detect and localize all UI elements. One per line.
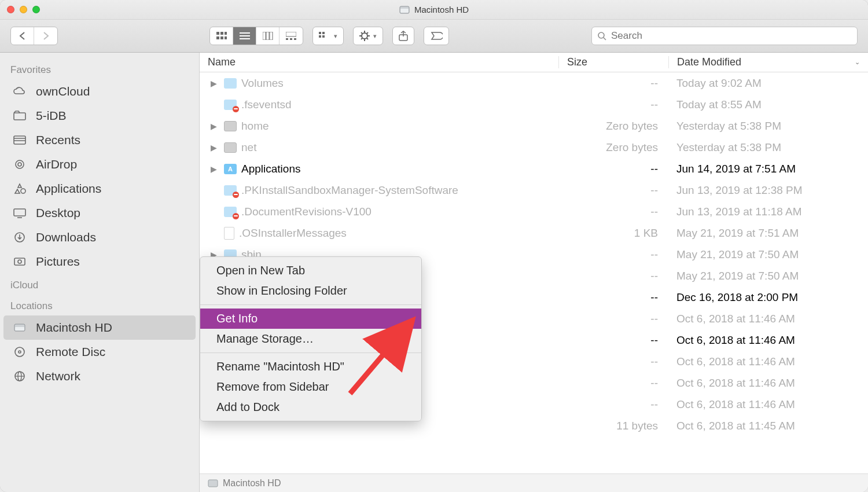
sidebar-item-downloads[interactable]: Downloads <box>3 225 196 249</box>
forward-button[interactable] <box>34 27 57 45</box>
sidebar-item-label: Applications <box>36 182 101 196</box>
table-row[interactable]: ▶.OSInstallerMessages1 KBMay 21, 2019 at… <box>200 222 868 244</box>
minimize-window-button[interactable] <box>20 6 27 13</box>
file-date: Today at 9:02 AM <box>668 77 868 90</box>
svg-rect-10 <box>240 38 250 39</box>
file-size: -- <box>558 98 668 111</box>
svg-rect-4 <box>225 32 227 35</box>
column-name[interactable]: Name <box>200 56 558 68</box>
table-row[interactable]: ▶netZero bytesYesterday at 5:38 PM <box>200 137 868 158</box>
airdrop-icon <box>12 158 28 171</box>
disclosure-triangle-icon[interactable]: ▶ <box>208 79 219 88</box>
sidebar-item-macintosh-hd[interactable]: Macintosh HD <box>3 315 196 340</box>
menu-item-remove-from-sidebar[interactable]: Remove from Sidebar <box>200 377 421 397</box>
svg-rect-35 <box>14 136 25 144</box>
folder-icon <box>224 185 237 196</box>
sidebar-section-header: Favorites <box>0 58 199 79</box>
column-size[interactable]: Size <box>558 56 668 68</box>
menu-item-rename-macintosh-hd[interactable]: Rename "Macintosh HD" <box>200 357 421 377</box>
path-label: Macintosh HD <box>223 478 281 489</box>
search-icon <box>598 32 606 41</box>
sidebar-item-applications[interactable]: Applications <box>3 177 196 201</box>
sidebar-item-label: Remote Disc <box>36 345 105 359</box>
svg-rect-53 <box>208 480 218 487</box>
svg-point-44 <box>18 260 21 263</box>
file-date: Dec 16, 2018 at 2:00 PM <box>668 291 868 304</box>
disclosure-triangle-icon[interactable]: ▶ <box>208 164 219 174</box>
group-by-button[interactable]: ▾ <box>312 27 344 45</box>
svg-rect-3 <box>220 32 223 35</box>
table-row[interactable]: ▶.PKInstallSandboxManager-SystemSoftware… <box>200 179 868 201</box>
file-rows: ▶Volumes--Today at 9:02 AM▶.fseventsd--T… <box>200 72 868 473</box>
menu-item-get-info[interactable]: Get Info <box>200 309 421 329</box>
sidebar-item-5-idb[interactable]: 5-iDB <box>3 104 196 128</box>
close-window-button[interactable] <box>7 6 14 13</box>
menu-item-add-to-dock[interactable]: Add to Dock <box>200 397 421 417</box>
tags-button[interactable] <box>424 27 449 45</box>
menu-item-manage-storage[interactable]: Manage Storage… <box>200 329 421 349</box>
toolbar: ▾ ▾ <box>0 20 868 53</box>
search-input[interactable] <box>611 30 851 42</box>
file-date: Oct 6, 2018 at 11:46 AM <box>668 355 868 368</box>
svg-rect-5 <box>216 36 219 39</box>
menu-item-open-in-new-tab[interactable]: Open in New Tab <box>200 260 421 281</box>
file-size: 1 KB <box>558 227 668 240</box>
file-date: Today at 8:55 AM <box>668 98 868 111</box>
path-bar[interactable]: Macintosh HD <box>200 473 868 492</box>
sidebar-item-desktop[interactable]: Desktop <box>3 201 196 225</box>
sidebar-item-recents[interactable]: Recents <box>3 128 196 152</box>
sidebar-item-airdrop[interactable]: AirDrop <box>3 152 196 177</box>
file-size: -- <box>558 205 668 218</box>
menu-item-show-in-enclosing-folder[interactable]: Show in Enclosing Folder <box>200 281 421 301</box>
table-row[interactable]: ▶.fseventsd--Today at 8:55 AM <box>200 94 868 115</box>
column-date[interactable]: Date Modified⌄ <box>668 56 868 68</box>
file-date: Oct 6, 2018 at 11:46 AM <box>668 398 868 411</box>
file-size: -- <box>558 163 668 175</box>
zoom-window-button[interactable] <box>32 6 40 13</box>
list-view-button[interactable] <box>233 27 256 45</box>
file-name: home <box>241 120 269 133</box>
gallery-view-button[interactable] <box>279 27 303 45</box>
svg-rect-8 <box>240 32 250 34</box>
file-name: Volumes <box>241 77 284 90</box>
svg-rect-2 <box>216 32 219 35</box>
file-size: 11 bytes <box>558 420 668 432</box>
column-view-button[interactable] <box>256 27 279 45</box>
table-row[interactable]: ▶AApplications--Jun 14, 2019 at 7:51 AM <box>200 158 868 179</box>
table-row[interactable]: ▶.DocumentRevisions-V100--Jun 13, 2019 a… <box>200 201 868 222</box>
disclosure-triangle-icon[interactable]: ▶ <box>208 122 219 131</box>
file-name: .PKInstallSandboxManager-SystemSoftware <box>241 184 458 197</box>
file-date: May 21, 2019 at 7:50 AM <box>668 270 868 282</box>
svg-rect-9 <box>240 35 250 36</box>
sidebar-item-owncloud[interactable]: ownCloud <box>3 79 196 104</box>
sidebar-item-label: Network <box>36 369 80 383</box>
hd-icon <box>12 321 28 334</box>
icon-view-button[interactable] <box>210 27 233 45</box>
sidebar-item-label: Macintosh HD <box>36 321 112 335</box>
file-size: -- <box>558 334 668 347</box>
drive-icon <box>224 121 237 131</box>
hd-icon <box>399 5 410 15</box>
svg-rect-7 <box>225 36 227 39</box>
svg-rect-14 <box>286 32 296 36</box>
table-row[interactable]: ▶homeZero bytesYesterday at 5:38 PM <box>200 115 868 137</box>
sidebar-section-header: iCloud <box>0 274 199 295</box>
svg-rect-43 <box>14 258 25 265</box>
titlebar: Macintosh HD <box>0 0 868 20</box>
search-field[interactable] <box>591 27 858 45</box>
nav-buttons <box>10 27 58 45</box>
sidebar-item-network[interactable]: Network <box>3 364 196 388</box>
svg-rect-1 <box>400 9 409 13</box>
sidebar-item-label: Downloads <box>36 230 96 244</box>
svg-point-32 <box>598 32 604 38</box>
table-row[interactable]: ▶Volumes--Today at 9:02 AM <box>200 72 868 94</box>
file-date: Oct 6, 2018 at 11:46 AM <box>668 377 868 390</box>
sidebar-item-label: Recents <box>36 133 80 147</box>
disclosure-triangle-icon[interactable]: ▶ <box>208 143 219 152</box>
sidebar-item-remote-disc[interactable]: Remote Disc <box>3 340 196 364</box>
sidebar-item-pictures[interactable]: Pictures <box>3 249 196 274</box>
back-button[interactable] <box>11 27 34 45</box>
action-button[interactable]: ▾ <box>353 27 383 45</box>
finder-window: Macintosh HD ▾ ▾ FavoritesownCloud5-iDBR… <box>0 0 868 492</box>
share-button[interactable] <box>392 27 414 45</box>
